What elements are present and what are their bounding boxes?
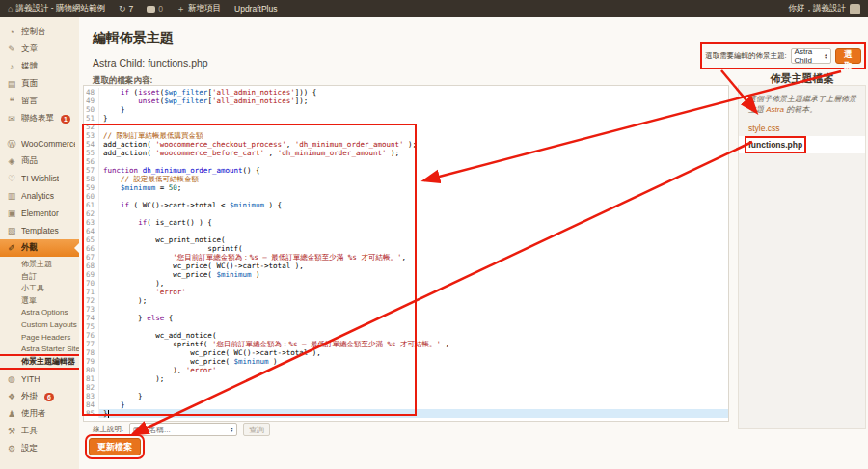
new-item-menu[interactable]: ＋ 新增項目 <box>176 3 221 15</box>
code-line[interactable]: 58 // 設定最低可結帳金額 <box>84 175 728 183</box>
tools-icon: ⚒ <box>7 427 16 436</box>
select-theme-button[interactable]: 選取 <box>835 48 861 64</box>
updates-indicator[interactable]: ↻ 7 <box>119 4 133 14</box>
code-line[interactable]: 80 ), 'error' <box>84 366 728 374</box>
parent-theme-link[interactable]: Astra <box>766 105 784 114</box>
sidebar-subitem-menus[interactable]: 選單 <box>0 295 79 308</box>
sidebar-item-woocommerce[interactable]: ⓌWooCommerce <box>0 135 79 152</box>
code-line[interactable]: 78 wc_price( WC()->cart->total ), <box>84 348 728 357</box>
line-number: 84 <box>84 400 99 409</box>
sidebar-item-products[interactable]: ◈商品 <box>0 152 79 170</box>
sidebar-item-analytics[interactable]: ▥Analytics <box>0 187 79 205</box>
updraftplus-menu[interactable]: UpdraftPlus <box>234 4 277 14</box>
code-line[interactable]: 72 ); <box>84 296 728 305</box>
sidebar-item-appearance[interactable]: ✐ 外觀 <box>0 239 79 257</box>
code-line[interactable]: 52 <box>84 123 728 131</box>
code-line[interactable]: 62 <box>84 209 728 218</box>
code-text: function dh_minimum_order_amount() { <box>99 166 728 175</box>
code-line[interactable]: 49 unset($wp_filter['all_admin_notices']… <box>84 97 728 105</box>
posts-icon: ✎ <box>7 44 16 54</box>
wishlist-icon: ♡ <box>7 174 16 183</box>
code-line[interactable]: 66 sprintf( <box>84 244 728 253</box>
code-editor[interactable]: 48 if (isset($wp_filter['all_admin_notic… <box>83 85 729 422</box>
theme-files-heading: 佈景主題檔案 <box>738 71 866 86</box>
code-line[interactable]: 53// 限制訂單結帳最低購買金額 <box>84 131 728 140</box>
users-icon: ♟ <box>7 409 16 419</box>
code-line[interactable]: 74 } else { <box>84 314 728 322</box>
sidebar-subitem-customize[interactable]: 自訂 <box>0 271 79 284</box>
sidebar-subitem-themes[interactable]: 佈景主題 <box>0 259 79 271</box>
sidebar-item-contact-form[interactable]: ✉聯絡表單1 <box>0 110 79 127</box>
sidebar-item-pages[interactable]: ▤頁面 <box>0 75 79 93</box>
sidebar-subitem-widgets[interactable]: 小工具 <box>0 283 79 295</box>
code-line[interactable]: 82 <box>84 383 728 392</box>
line-number: 82 <box>84 383 99 392</box>
code-line[interactable]: 75 <box>84 322 728 331</box>
code-line[interactable]: 60 <box>84 192 728 201</box>
docs-function-select[interactable]: 函式名稱... ▲▼ <box>129 423 237 436</box>
file-item-functions-php[interactable]: functions.php <box>739 136 865 153</box>
code-line[interactable]: 64 <box>84 227 728 235</box>
code-line[interactable]: 57function dh_minimum_order_amount() { <box>84 166 728 175</box>
code-line[interactable]: 76 wc_add_notice( <box>84 331 728 340</box>
account-menu[interactable]: 你好，講義設計 <box>789 3 861 14</box>
sidebar-item-dashboard[interactable]: ◔控制台 <box>0 23 79 41</box>
code-line[interactable]: 65 wc_print_notice( <box>84 235 728 244</box>
line-number: 80 <box>84 366 99 374</box>
sidebar-item-settings[interactable]: ⚙設定 <box>0 440 79 457</box>
comments-indicator[interactable]: 0 <box>147 4 163 14</box>
theme-select[interactable]: Astra Child ▲▼ <box>791 48 832 64</box>
code-line[interactable]: 69 wc_price( $minimum ) <box>84 270 728 279</box>
sidebar-item-tools[interactable]: ⚒工具 <box>0 423 79 440</box>
code-line[interactable]: 81 ); <box>84 374 728 383</box>
sidebar-subitem-theme-editor[interactable]: 佈景主題編輯器 <box>0 356 79 369</box>
file-list: style.cssfunctions.php <box>739 121 865 153</box>
code-line[interactable]: 71 'error' <box>84 288 728 296</box>
site-menu[interactable]: ⌂ 講義設計 - 購物網站範例 <box>8 3 105 14</box>
code-line[interactable]: 48 if (isset($wp_filter['all_admin_notic… <box>84 88 728 97</box>
code-text <box>99 227 728 235</box>
code-line[interactable]: 59 $minimum = 50; <box>84 183 728 192</box>
code-line[interactable]: 67 '您目前訂單總金額為：%s — 最低訂單總金額至少滿 %s 才可結帳。', <box>84 253 728 262</box>
sidebar-item-templates[interactable]: ▧Templates <box>0 222 79 239</box>
code-line[interactable]: 54add_action( 'woocommerce_checkout_proc… <box>84 140 728 149</box>
sidebar-item-elementor[interactable]: ▣Elementor <box>0 205 79 222</box>
code-line[interactable]: 85} <box>84 409 728 418</box>
code-line[interactable]: 50 } <box>84 105 728 114</box>
code-line[interactable]: 63 if( is_cart() ) { <box>84 218 728 227</box>
code-line[interactable]: 79 wc_price( $minimum ) <box>84 357 728 366</box>
theme-selector-annotation-box: 選取需要編輯的佈景主題: Astra Child ▲▼ 選取 <box>700 42 866 69</box>
sidebar-item-plugins[interactable]: ❖外掛6 <box>0 388 79 405</box>
code-line[interactable]: 83 } <box>84 392 728 400</box>
code-line[interactable]: 51} <box>84 114 728 123</box>
code-line[interactable]: 56 <box>84 157 728 166</box>
code-text: if( is_cart() ) { <box>99 218 728 227</box>
sidebar-subitem-astra-starter-sites[interactable]: Astra Starter Sites <box>0 344 79 356</box>
update-file-button[interactable]: 更新檔案 <box>89 438 141 455</box>
line-number: 79 <box>84 357 99 366</box>
code-line[interactable]: 68 wc_price( WC()->cart->total ), <box>84 262 728 270</box>
file-item-style-css[interactable]: style.css <box>739 121 865 136</box>
sidebar-subitem-custom-layouts[interactable]: Custom Layouts <box>0 319 79 332</box>
sidebar-item-users[interactable]: ♟使用者 <box>0 405 79 423</box>
sidebar-item-comments[interactable]: ❝留言 <box>0 93 79 110</box>
sidebar-item-ti-wishlist[interactable]: ♡TI Wishlist <box>0 170 79 187</box>
line-number: 76 <box>84 331 99 340</box>
sidebar-subitem-page-headers[interactable]: Page Headers <box>0 332 79 345</box>
code-line[interactable]: 84 } <box>84 400 728 409</box>
sidebar-item-yith[interactable]: ◍YITH <box>0 371 79 388</box>
code-line[interactable]: 61 if ( WC()->cart->total < $minimum ) { <box>84 201 728 209</box>
sidebar-item-media[interactable]: ♪媒體 <box>0 58 79 75</box>
products-icon: ◈ <box>7 156 16 166</box>
sidebar-subitem-astra-options[interactable]: Astra Options <box>0 307 79 319</box>
code-line[interactable]: 55add_action( 'woocommerce_before_cart' … <box>84 149 728 157</box>
code-line[interactable]: 77 sprintf( '您目前訂單總金額為：%s — 最低訂單總金額至少滿 %… <box>84 340 728 348</box>
line-number: 81 <box>84 374 99 383</box>
lookup-button[interactable]: 查詢 <box>243 423 270 436</box>
code-line[interactable]: 73 <box>84 305 728 314</box>
sidebar-item-label: 聯絡表單 <box>21 113 54 124</box>
sidebar-item-posts[interactable]: ✎文章 <box>0 41 79 58</box>
text-cursor <box>108 410 109 418</box>
select-arrows-icon: ▲▼ <box>230 427 233 433</box>
code-line[interactable]: 70 ), <box>84 279 728 288</box>
